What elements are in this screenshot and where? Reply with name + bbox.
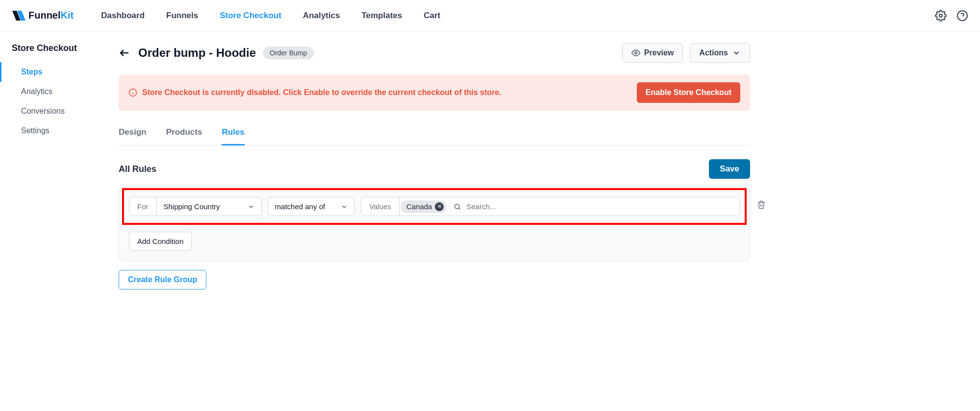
tab-design[interactable]: Design	[119, 122, 147, 145]
rules-title: All Rules	[119, 164, 156, 174]
chevron-down-icon	[341, 203, 348, 210]
sidebar-title: Store Checkout	[0, 41, 105, 62]
tab-rules[interactable]: Rules	[222, 122, 244, 145]
chevron-down-icon	[732, 48, 741, 57]
create-rule-group-button[interactable]: Create Rule Group	[119, 270, 206, 290]
tabs: Design Products Rules	[119, 122, 750, 145]
logo[interactable]: FunnelKit	[12, 10, 74, 22]
logo-mark-icon	[12, 10, 25, 22]
gear-icon[interactable]	[935, 10, 947, 22]
nav-actions	[935, 10, 968, 22]
tab-products[interactable]: Products	[166, 122, 202, 145]
value-tag: Canada ✕	[401, 200, 447, 213]
nav-analytics[interactable]: Analytics	[303, 11, 340, 21]
trash-icon[interactable]	[757, 200, 766, 210]
content: Order bump - Hoodie Order Bump Preview A…	[105, 31, 762, 301]
enable-checkout-button[interactable]: Enable Store Checkout	[637, 82, 740, 103]
value-search[interactable]	[448, 197, 739, 216]
svg-line-9	[459, 208, 461, 210]
actions-label: Actions	[699, 48, 728, 57]
for-label: For	[129, 197, 157, 216]
tag-label: Canada	[406, 202, 432, 211]
info-icon	[128, 88, 137, 97]
operator-select[interactable]: matched any of	[268, 197, 355, 216]
add-condition-button[interactable]: Add Condition	[129, 232, 192, 251]
svg-point-8	[455, 204, 459, 208]
rule-group: For Shipping Country matched any of	[119, 187, 750, 261]
rules-header: All Rules Save	[119, 159, 750, 179]
page-title: Order bump - Hoodie	[138, 46, 256, 60]
preview-button[interactable]: Preview	[622, 43, 683, 63]
sidebar-item-steps[interactable]: Steps	[0, 62, 105, 82]
search-icon	[453, 203, 461, 211]
operator-selector-group: matched any of	[268, 197, 355, 216]
values-group: Values Canada ✕	[361, 197, 740, 216]
nav-store-checkout[interactable]: Store Checkout	[220, 11, 281, 21]
help-icon[interactable]	[956, 10, 968, 22]
svg-point-0	[939, 14, 942, 17]
nav-templates[interactable]: Templates	[361, 11, 402, 21]
nav-cart[interactable]: Cart	[424, 11, 440, 21]
sidebar-item-conversions[interactable]: Conversions	[0, 101, 105, 121]
eye-icon	[631, 48, 640, 57]
remove-tag-icon[interactable]: ✕	[435, 202, 444, 211]
nav-links: Dashboard Funnels Store Checkout Analyti…	[101, 11, 935, 21]
chevron-down-icon	[248, 203, 254, 210]
sidebar: Store Checkout Steps Analytics Conversio…	[0, 31, 105, 301]
sidebar-item-analytics[interactable]: Analytics	[0, 82, 105, 101]
alert-text: Store Checkout is currently disabled. Cl…	[142, 88, 637, 97]
operator-value: matched any of	[275, 202, 326, 211]
actions-button[interactable]: Actions	[690, 43, 750, 63]
type-badge: Order Bump	[263, 47, 314, 59]
page-header: Order bump - Hoodie Order Bump Preview A…	[119, 43, 750, 63]
values-label: Values	[361, 197, 400, 216]
nav-funnels[interactable]: Funnels	[166, 11, 198, 21]
field-value: Shipping Country	[164, 202, 220, 211]
svg-point-4	[635, 52, 637, 54]
rule-row: For Shipping Country matched any of	[122, 188, 747, 225]
preview-label: Preview	[644, 48, 674, 57]
search-input[interactable]	[466, 197, 733, 216]
field-select[interactable]: Shipping Country	[157, 197, 261, 216]
sidebar-item-settings[interactable]: Settings	[0, 121, 105, 141]
field-selector-group: For Shipping Country	[129, 197, 262, 216]
logo-text: FunnelKit	[28, 10, 74, 21]
alert-banner: Store Checkout is currently disabled. Cl…	[119, 74, 750, 111]
top-nav: FunnelKit Dashboard Funnels Store Checko…	[0, 0, 980, 31]
back-arrow-icon[interactable]	[119, 47, 130, 59]
save-button[interactable]: Save	[709, 159, 750, 179]
nav-dashboard[interactable]: Dashboard	[101, 11, 145, 21]
